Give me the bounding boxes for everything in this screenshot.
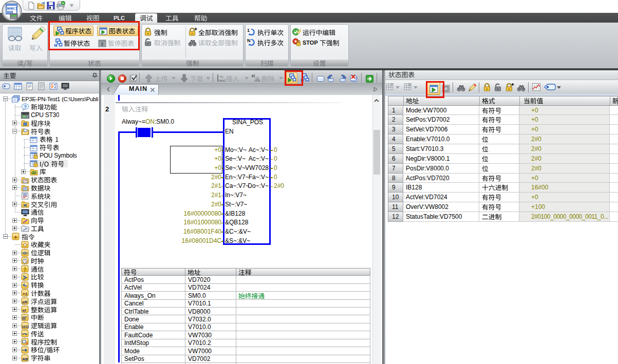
svg-text:+1: +1 (23, 292, 28, 296)
svg-text:AB: AB (22, 357, 28, 361)
svg-text:?: ? (24, 104, 27, 109)
svg-text:1: 1 (247, 28, 250, 33)
svg-text:ttt: ttt (22, 317, 26, 320)
svg-text:HHO: HHO (219, 79, 226, 82)
svg-text:N: N (247, 38, 251, 43)
svg-text:1011: 1011 (22, 324, 29, 328)
svg-text:±R: ±R (22, 300, 27, 304)
svg-text:±I: ±I (23, 308, 26, 313)
